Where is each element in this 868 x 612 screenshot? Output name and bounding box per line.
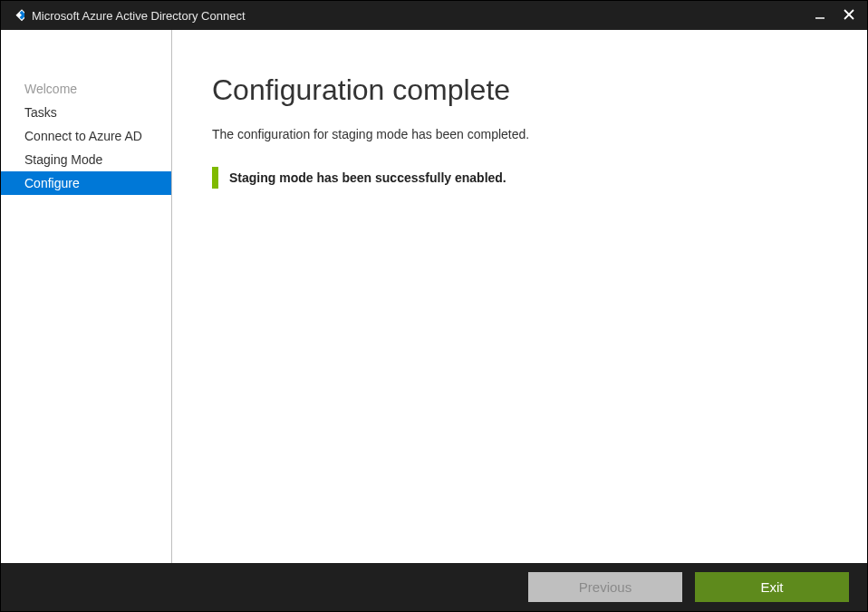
success-indicator-icon — [212, 167, 218, 189]
page-title: Configuration complete — [212, 73, 831, 107]
sidebar-item-label: Configure — [24, 176, 80, 190]
titlebar: Microsoft Azure Active Directory Connect — [1, 1, 867, 30]
sidebar-item-connect-azure-ad[interactable]: Connect to Azure AD — [1, 124, 171, 148]
status-row: Staging mode has been successfully enabl… — [212, 167, 831, 189]
close-button[interactable] — [842, 8, 856, 23]
sidebar-item-staging-mode[interactable]: Staging Mode — [1, 148, 171, 171]
sidebar-item-welcome[interactable]: Welcome — [1, 77, 171, 101]
previous-button: Previous — [528, 572, 682, 602]
sidebar-item-tasks[interactable]: Tasks — [1, 101, 171, 124]
footer: Previous Exit — [1, 563, 867, 611]
window-controls — [813, 8, 860, 23]
content-area: Welcome Tasks Connect to Azure AD Stagin… — [1, 30, 867, 563]
sidebar-item-label: Staging Mode — [24, 152, 102, 167]
sidebar-item-label: Welcome — [24, 82, 77, 96]
status-message: Staging mode has been successfully enabl… — [229, 170, 506, 185]
sidebar-item-label: Tasks — [24, 105, 57, 120]
minimize-button[interactable] — [813, 8, 827, 23]
sidebar-item-configure[interactable]: Configure — [1, 171, 171, 195]
window-title: Microsoft Azure Active Directory Connect — [32, 9, 813, 23]
app-icon — [8, 7, 24, 24]
sidebar-item-label: Connect to Azure AD — [24, 129, 142, 143]
main-panel: Configuration complete The configuration… — [172, 30, 867, 563]
page-subtitle: The configuration for staging mode has b… — [212, 127, 831, 141]
sidebar: Welcome Tasks Connect to Azure AD Stagin… — [1, 30, 172, 563]
exit-button[interactable]: Exit — [695, 572, 849, 602]
